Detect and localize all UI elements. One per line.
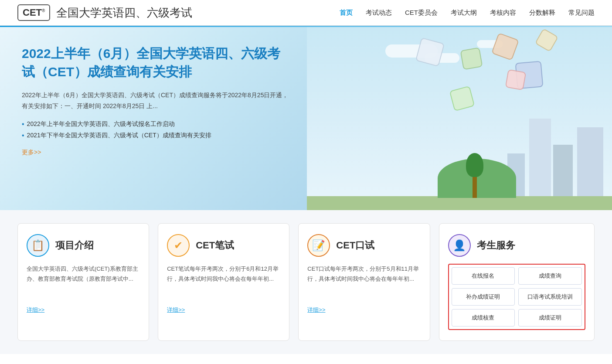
card-header: 📝 CET口试 bbox=[307, 234, 421, 257]
card-body: 全国大学英语四、六级考试(CET)系教育部主办、教育部教育考试院（原教育部考试中… bbox=[27, 264, 140, 299]
nav-item-score[interactable]: 分数解释 bbox=[529, 9, 555, 17]
service-title: 考生服务 bbox=[477, 239, 515, 252]
hero-desc: 2022年上半年（6月）全国大学英语四、六级考试（CET）成绩查询服务将于202… bbox=[22, 90, 292, 112]
cube-2 bbox=[460, 47, 483, 70]
hero-title: 2022上半年（6月）全国大学英语四、六级考试（CET）成绩查询有关安排 bbox=[22, 44, 292, 81]
site-title: 全国大学英语四、六级考试 bbox=[56, 5, 192, 20]
logo-sup: ® bbox=[42, 8, 45, 13]
nav-item-assessment[interactable]: 考核内容 bbox=[490, 9, 516, 17]
hero-list: 2022年上半年全国大学英语四、六级考试报名工作启动2021年下半年全国大学英语… bbox=[22, 120, 292, 139]
card-intro: 📋 项目介绍 全国大学英语四、六级考试(CET)系教育部主办、教育部教育考试院（… bbox=[17, 223, 149, 341]
service-btn-cert[interactable]: 成绩证明 bbox=[518, 309, 582, 327]
hero-more-link[interactable]: 更多>> bbox=[22, 149, 41, 156]
nav-item-outline[interactable]: 考试大纲 bbox=[451, 9, 477, 17]
ground bbox=[307, 196, 612, 210]
card-title: 项目介绍 bbox=[55, 239, 94, 252]
service-card: 👤 考生服务 在线报名成绩查询补办成绩证明口语考试系统培训成绩核查成绩证明 bbox=[439, 223, 595, 341]
card-body: CET口试每年开考两次，分别于5月和11月举行，具体考试时间我中心将会在每年年初… bbox=[307, 264, 421, 299]
nav-item-faq[interactable]: 常见问题 bbox=[568, 9, 595, 17]
service-icon: 👤 bbox=[448, 234, 471, 257]
logo-badge: CET® bbox=[17, 4, 50, 21]
tree-trunk bbox=[473, 176, 477, 198]
service-grid: 在线报名成绩查询补办成绩证明口语考试系统培训成绩核查成绩证明 bbox=[452, 267, 582, 327]
card-header: ✔ CET笔试 bbox=[167, 234, 280, 257]
service-buttons-highlighted: 在线报名成绩查询补办成绩证明口语考试系统培训成绩核查成绩证明 bbox=[448, 264, 586, 330]
service-btn-oral-training[interactable]: 口语考试系统培训 bbox=[518, 288, 582, 306]
card-detail-link[interactable]: 详细>> bbox=[167, 306, 185, 313]
building-3 bbox=[529, 119, 551, 197]
nav-item-committee[interactable]: CET委员会 bbox=[405, 9, 438, 17]
hero-list-item[interactable]: 2021年下半年全国大学英语四、六级考试（CET）成绩查询有关安排 bbox=[22, 132, 292, 139]
building-2 bbox=[553, 145, 573, 197]
card-body: CET笔试每年开考两次，分别于6月和12月举行，具体考试时间我中心将会在每年年初… bbox=[167, 264, 280, 299]
service-btn-score-check[interactable]: 成绩核查 bbox=[452, 309, 515, 327]
card-icon: 📝 bbox=[307, 234, 330, 257]
main-nav: 首页考试动态CET委员会考试大纲考核内容分数解释常见问题 bbox=[340, 9, 595, 17]
card-header: 📋 项目介绍 bbox=[27, 234, 140, 257]
card-written: ✔ CET笔试 CET笔试每年开考两次，分别于6月和12月举行，具体考试时间我中… bbox=[158, 223, 289, 341]
service-btn-score-query[interactable]: 成绩查询 bbox=[518, 267, 582, 285]
nav-item-home[interactable]: 首页 bbox=[340, 9, 353, 17]
logo-area: CET® 全国大学英语四、六级考试 bbox=[17, 4, 192, 21]
building-1 bbox=[577, 127, 603, 197]
card-oral: 📝 CET口试 CET口试每年开考两次，分别于5月和11月举行，具体考试时间我中… bbox=[298, 223, 430, 341]
hero-content: 2022上半年（6月）全国大学英语四、六级考试（CET）成绩查询有关安排 202… bbox=[22, 44, 292, 156]
card-icon: ✔ bbox=[167, 234, 190, 257]
nav-item-news[interactable]: 考试动态 bbox=[366, 9, 392, 17]
card-detail-link[interactable]: 详细>> bbox=[307, 306, 325, 313]
card-title: CET笔试 bbox=[196, 239, 234, 252]
service-btn-cert-replace[interactable]: 补办成绩证明 bbox=[452, 288, 515, 306]
header: CET® 全国大学英语四、六级考试 首页考试动态CET委员会考试大纲考核内容分数… bbox=[0, 0, 612, 26]
bottom-section: 📋 项目介绍 全国大学英语四、六级考试(CET)系教育部主办、教育部教育考试院（… bbox=[0, 210, 612, 354]
card-title: CET口试 bbox=[336, 239, 374, 252]
tree-top bbox=[466, 153, 483, 177]
card-detail-link[interactable]: 详细>> bbox=[27, 306, 44, 313]
service-btn-register[interactable]: 在线报名 bbox=[452, 267, 515, 285]
hero-list-item[interactable]: 2022年上半年全国大学英语四、六级考试报名工作启动 bbox=[22, 120, 292, 128]
hero-illustration bbox=[307, 27, 612, 210]
hero-section: 2022上半年（6月）全国大学英语四、六级考试（CET）成绩查询有关安排 202… bbox=[0, 27, 612, 210]
logo-text: CET bbox=[23, 7, 42, 18]
card-icon: 📋 bbox=[27, 234, 49, 257]
service-card-header: 👤 考生服务 bbox=[448, 234, 586, 257]
cube-7 bbox=[505, 69, 527, 91]
buildings-area bbox=[307, 114, 612, 210]
